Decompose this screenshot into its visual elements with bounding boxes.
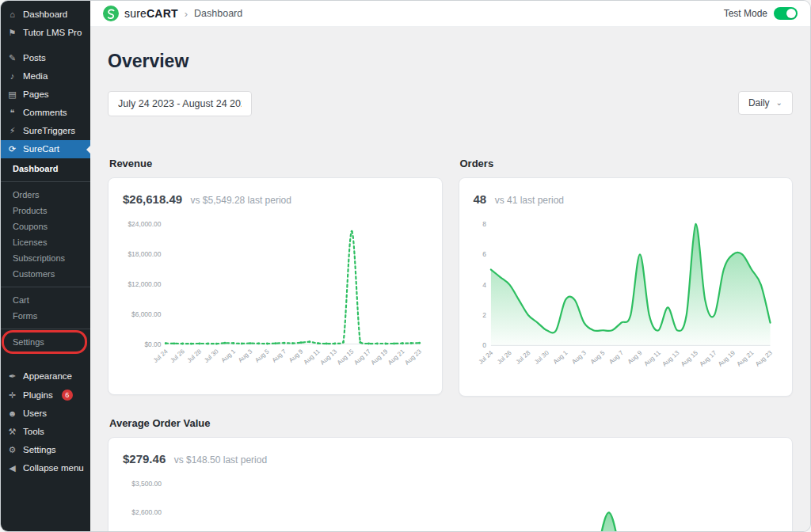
svg-text:Aug 11: Aug 11 bbox=[642, 349, 662, 368]
svg-text:Aug 13: Aug 13 bbox=[661, 349, 680, 368]
dashboard-content: Overview Daily ⌄ Revenue $26,618.49 vs $… bbox=[90, 27, 810, 531]
sidebar-item-label: Dashboard bbox=[23, 10, 67, 20]
svg-text:4: 4 bbox=[482, 281, 486, 289]
submenu-item-products[interactable]: Products bbox=[1, 203, 90, 218]
svg-text:Aug 15: Aug 15 bbox=[680, 349, 699, 368]
revenue-comparison: vs $5,549.28 last period bbox=[191, 195, 291, 206]
submenu-item-forms[interactable]: Forms bbox=[1, 308, 90, 324]
sidebar-item-label: Appearance bbox=[23, 371, 72, 382]
interval-value: Daily bbox=[748, 97, 770, 108]
orders-total: 48 bbox=[474, 192, 487, 206]
sidebar-item-users[interactable]: ☻ Users bbox=[1, 405, 90, 423]
svg-text:Aug 23: Aug 23 bbox=[754, 349, 774, 368]
sidebar-item-plugins[interactable]: ✛ Plugins 6 bbox=[1, 386, 90, 405]
tools-icon: ⚒ bbox=[7, 427, 17, 437]
submenu-item-coupons[interactable]: Coupons bbox=[1, 218, 90, 234]
test-mode-control: Test Mode bbox=[724, 7, 798, 20]
revenue-card: $26,618.49 vs $5,549.28 last period $0.0… bbox=[108, 177, 443, 395]
revenue-section: Revenue $26,618.49 vs $5,549.28 last per… bbox=[108, 158, 443, 397]
comments-icon: ❝ bbox=[7, 108, 17, 118]
divider bbox=[1, 181, 90, 182]
sidebar-item-posts[interactable]: ✎ Posts bbox=[1, 49, 90, 67]
sidebar-item-settings[interactable]: ⚙ Settings bbox=[1, 441, 90, 459]
aov-card: $279.46 vs $148.50 last period $3,500.00… bbox=[108, 437, 793, 531]
revenue-total: $26,618.49 bbox=[123, 192, 182, 206]
date-range-input[interactable] bbox=[108, 91, 252, 116]
chevron-down-icon: ⌄ bbox=[776, 101, 782, 105]
filter-controls: Daily ⌄ bbox=[108, 91, 793, 116]
svg-text:$12,000.00: $12,000.00 bbox=[128, 280, 161, 288]
sidebar-item-tutor-lms-pro[interactable]: ⚑ Tutor LMS Pro bbox=[1, 24, 90, 42]
aov-section-title: Average Order Value bbox=[109, 417, 793, 429]
aov-chart: $3,500.00$2,600.00$1,700.00Jul 24Jul 26J… bbox=[123, 474, 778, 531]
svg-text:Aug 9: Aug 9 bbox=[287, 348, 304, 363]
svg-text:Jul 30: Jul 30 bbox=[203, 348, 220, 364]
plugins-update-badge: 6 bbox=[62, 390, 73, 401]
posts-icon: ✎ bbox=[7, 53, 17, 63]
svg-text:$2,600.00: $2,600.00 bbox=[131, 508, 162, 516]
svg-text:$18,000.00: $18,000.00 bbox=[128, 250, 161, 258]
sidebar-item-comments[interactable]: ❝ Comments bbox=[1, 104, 90, 122]
interval-select[interactable]: Daily ⌄ bbox=[738, 91, 793, 115]
submenu-item-dashboard[interactable]: Dashboard bbox=[1, 161, 90, 177]
page-title: Overview bbox=[108, 51, 793, 72]
users-icon: ☻ bbox=[7, 408, 17, 419]
dashboard-icon: ⌂ bbox=[7, 10, 17, 20]
svg-text:6: 6 bbox=[482, 250, 486, 258]
sidebar-item-media[interactable]: ♪ Media bbox=[1, 67, 90, 86]
sidebar-item-label: SureTriggers bbox=[23, 126, 75, 136]
svg-text:Aug 21: Aug 21 bbox=[735, 349, 755, 368]
svg-text:Jul 30: Jul 30 bbox=[532, 349, 550, 366]
svg-text:$3,500.00: $3,500.00 bbox=[131, 480, 162, 488]
svg-text:Aug 1: Aug 1 bbox=[220, 348, 237, 363]
submenu-item-orders[interactable]: Orders bbox=[1, 187, 90, 203]
svg-text:$24,000.00: $24,000.00 bbox=[128, 220, 161, 228]
collapse-arrow-icon: ◀ bbox=[7, 463, 17, 473]
surecart-logo-icon bbox=[103, 6, 119, 21]
svg-text:Aug 13: Aug 13 bbox=[319, 348, 339, 367]
main-column: sureCART › Dashboard Test Mode Overview … bbox=[90, 1, 810, 531]
sidebar-item-appearance[interactable]: ✒ Appearance bbox=[1, 367, 90, 386]
surecart-submenu: Dashboard Orders Products Coupons Licens… bbox=[1, 158, 90, 356]
menu-separator bbox=[1, 42, 90, 49]
svg-text:0: 0 bbox=[482, 341, 486, 349]
submenu-item-subscriptions[interactable]: Subscriptions bbox=[1, 250, 90, 266]
sidebar-item-tools[interactable]: ⚒ Tools bbox=[1, 423, 90, 441]
svg-text:Aug 7: Aug 7 bbox=[607, 349, 625, 366]
sidebar-item-label: Plugins bbox=[23, 390, 53, 401]
suretriggers-icon: ⚡ bbox=[7, 126, 17, 136]
svg-text:$6,000.00: $6,000.00 bbox=[131, 310, 162, 318]
aov-total: $279.46 bbox=[123, 452, 166, 466]
wp-admin-sidebar: ⌂ Dashboard ⚑ Tutor LMS Pro ✎ Posts ♪ Me… bbox=[1, 1, 90, 531]
graduation-cap-icon: ⚑ bbox=[7, 28, 17, 38]
submenu-item-label: Settings bbox=[13, 337, 44, 347]
svg-text:Aug 1: Aug 1 bbox=[551, 349, 569, 366]
sidebar-item-label: Collapse menu bbox=[23, 463, 84, 473]
orders-section-title: Orders bbox=[460, 158, 794, 169]
sidebar-item-dashboard[interactable]: ⌂ Dashboard bbox=[1, 6, 90, 24]
plugins-icon: ✛ bbox=[7, 390, 17, 401]
sidebar-item-suretriggers[interactable]: ⚡ SureTriggers bbox=[1, 122, 90, 140]
sidebar-item-label: Pages bbox=[23, 89, 49, 100]
test-mode-toggle[interactable] bbox=[774, 7, 798, 20]
sidebar-item-label: Users bbox=[23, 408, 47, 419]
breadcrumb-chevron-icon: › bbox=[185, 8, 188, 20]
sidebar-item-surecart[interactable]: ⟳ SureCart bbox=[1, 140, 90, 158]
svg-text:Aug 5: Aug 5 bbox=[588, 349, 606, 366]
topbar: sureCART › Dashboard Test Mode bbox=[90, 1, 810, 27]
submenu-item-settings[interactable]: Settings bbox=[1, 334, 90, 350]
submenu-item-customers[interactable]: Customers bbox=[1, 266, 90, 282]
orders-chart: 02468Jul 24Jul 26Jul 28Jul 30Aug 1Aug 3A… bbox=[474, 215, 779, 382]
divider bbox=[1, 287, 90, 287]
breadcrumb[interactable]: Dashboard bbox=[194, 8, 242, 19]
svg-text:Jul 28: Jul 28 bbox=[186, 348, 204, 364]
sidebar-item-pages[interactable]: ▤ Pages bbox=[1, 86, 90, 104]
submenu-item-cart[interactable]: Cart bbox=[1, 292, 90, 308]
submenu-item-licenses[interactable]: Licenses bbox=[1, 234, 90, 250]
revenue-chart: $0.00$6,000.00$12,000.00$18,000.00$24,00… bbox=[123, 215, 428, 380]
appearance-icon: ✒ bbox=[7, 371, 17, 382]
svg-text:Aug 19: Aug 19 bbox=[370, 348, 390, 366]
sidebar-item-collapse-menu[interactable]: ◀ Collapse menu bbox=[1, 459, 90, 477]
sidebar-item-label: Tutor LMS Pro bbox=[23, 28, 82, 38]
surecart-logo[interactable]: sureCART bbox=[103, 6, 178, 21]
